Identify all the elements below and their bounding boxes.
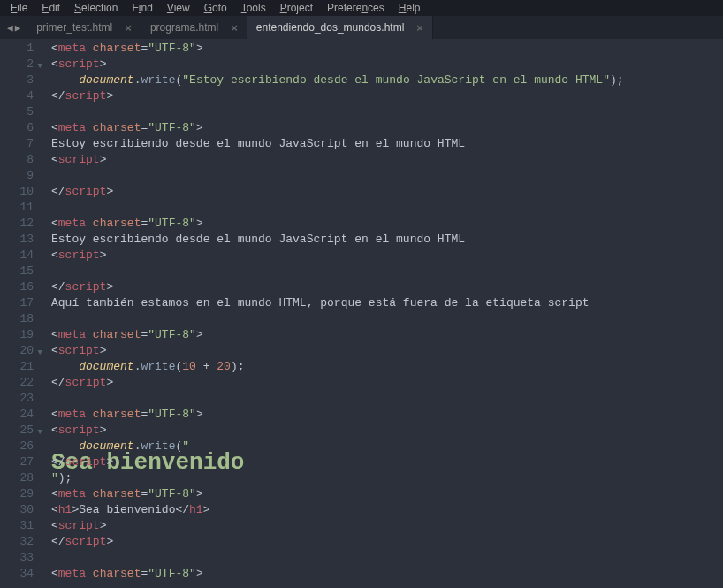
line-number: 23: [0, 391, 34, 407]
menu-bar: File Edit Selection Find View Goto Tools…: [0, 0, 723, 16]
line-number: 29: [0, 486, 34, 502]
tab-bar: ◀ ▶ primer_test.html×programa.html×enten…: [0, 16, 723, 39]
line-number: 6: [0, 120, 34, 136]
line-number: 19: [0, 327, 34, 343]
code-line[interactable]: [51, 391, 723, 407]
tab-entendiendo_dos_mundos-html[interactable]: entendiendo_dos_mundos.html×: [247, 16, 433, 39]
code-line[interactable]: [51, 200, 723, 216]
line-number: 1: [0, 41, 34, 57]
gutter: 12▼34567891011121314151617181920▼2122232…: [0, 39, 39, 588]
code-line[interactable]: </script>: [51, 184, 723, 200]
line-number: 26: [0, 439, 34, 454]
menu-view[interactable]: View: [160, 1, 197, 15]
line-number: 5: [0, 104, 34, 120]
code-line[interactable]: <script>: [51, 518, 723, 534]
tab-programa-html[interactable]: programa.html×: [141, 16, 247, 39]
line-number: 12: [0, 216, 34, 232]
tabs: primer_test.html×programa.html×entendien…: [27, 16, 433, 39]
menu-tools[interactable]: Tools: [234, 1, 273, 15]
line-number: 17: [0, 295, 34, 311]
code-line[interactable]: document.write("Estoy escribiendo desde …: [51, 73, 723, 88]
menu-help[interactable]: Help: [392, 1, 428, 15]
close-icon[interactable]: ×: [231, 21, 238, 34]
line-number: 7: [0, 136, 34, 152]
line-number: 18: [0, 311, 34, 327]
code-line[interactable]: Estoy escribiendo desde el mundo JavaScr…: [51, 136, 723, 152]
line-number: 24: [0, 407, 34, 423]
line-number: 21: [0, 359, 34, 375]
code-line[interactable]: <script>: [51, 57, 723, 73]
code-line[interactable]: </script>: [51, 375, 723, 391]
code-line[interactable]: Aquí también estamos en el mundo HTML, p…: [51, 295, 723, 311]
menu-edit[interactable]: Edit: [34, 1, 67, 15]
code-line[interactable]: <meta charset="UTF-8">: [51, 407, 723, 423]
tab-primer_test-html[interactable]: primer_test.html×: [27, 16, 141, 39]
code-line[interactable]: <meta charset="UTF-8">: [51, 41, 723, 57]
code-line[interactable]: </script>: [51, 88, 723, 104]
code-line[interactable]: [51, 104, 723, 120]
menu-find[interactable]: Find: [125, 1, 159, 15]
code-line[interactable]: <script>: [51, 152, 723, 168]
tab-label: primer_test.html: [36, 21, 112, 34]
code-line[interactable]: </script>: [51, 534, 723, 550]
code-line[interactable]: <script>: [51, 423, 723, 439]
menu-selection[interactable]: Selection: [67, 1, 125, 15]
line-number: 27: [0, 454, 34, 470]
menu-file[interactable]: File: [4, 1, 34, 15]
menu-goto[interactable]: Goto: [197, 1, 234, 15]
code-line[interactable]: <meta charset="UTF-8">: [51, 120, 723, 136]
code-line[interactable]: document.write("Sea bienvenido");: [51, 439, 723, 454]
line-number: 28: [0, 470, 34, 486]
code-line[interactable]: </script>: [51, 279, 723, 295]
code-line[interactable]: document.write(10 + 20);: [51, 359, 723, 375]
code-line[interactable]: <script>: [51, 343, 723, 359]
code-line[interactable]: <meta charset="UTF-8">: [51, 216, 723, 232]
code-line[interactable]: [51, 311, 723, 327]
tab-label: programa.html: [150, 21, 218, 34]
line-number: 30: [0, 502, 34, 518]
code-line[interactable]: <meta charset="UTF-8">: [51, 486, 723, 502]
code-line[interactable]: <h1>Sea bienvenido</h1>: [51, 502, 723, 518]
code-line[interactable]: Estoy escribiendo desde el mundo JavaScr…: [51, 232, 723, 248]
line-number: 3: [0, 73, 34, 88]
close-icon[interactable]: ×: [416, 21, 423, 34]
line-number: 2▼: [0, 57, 34, 73]
code-line[interactable]: [51, 263, 723, 279]
tab-label: entendiendo_dos_mundos.html: [256, 21, 404, 34]
code-line[interactable]: <meta charset="UTF-8">: [51, 327, 723, 343]
editor: 12▼34567891011121314151617181920▼2122232…: [0, 39, 723, 588]
nav-forward-icon[interactable]: ▶: [15, 22, 21, 34]
fold-icon[interactable]: ▼: [38, 58, 42, 74]
line-number: 20▼: [0, 343, 34, 359]
line-number: 13: [0, 232, 34, 248]
code-line[interactable]: [51, 550, 723, 566]
nav-back-icon[interactable]: ◀: [7, 22, 13, 34]
code-line[interactable]: <meta charset="UTF-8">: [51, 566, 723, 582]
menu-preferences[interactable]: Preferences: [320, 1, 392, 15]
line-number: 15: [0, 263, 34, 279]
line-number: 33: [0, 550, 34, 566]
line-number: 10: [0, 184, 34, 200]
code-line[interactable]: <script>: [51, 248, 723, 263]
line-number: 11: [0, 200, 34, 216]
line-number: 22: [0, 375, 34, 391]
line-number: 14: [0, 248, 34, 263]
code-line[interactable]: [51, 168, 723, 184]
menu-project[interactable]: Project: [273, 1, 320, 15]
line-number: 8: [0, 152, 34, 168]
line-number: 9: [0, 168, 34, 184]
line-number: 34: [0, 566, 34, 582]
line-number: 16: [0, 279, 34, 295]
line-number: 31: [0, 518, 34, 534]
fold-icon[interactable]: ▼: [38, 424, 42, 440]
fold-icon[interactable]: ▼: [38, 345, 42, 361]
line-number: 4: [0, 88, 34, 104]
close-icon[interactable]: ×: [125, 21, 132, 34]
line-number: 25▼: [0, 423, 34, 439]
code-area[interactable]: <meta charset="UTF-8"><script> document.…: [39, 39, 723, 588]
line-number: 32: [0, 534, 34, 550]
